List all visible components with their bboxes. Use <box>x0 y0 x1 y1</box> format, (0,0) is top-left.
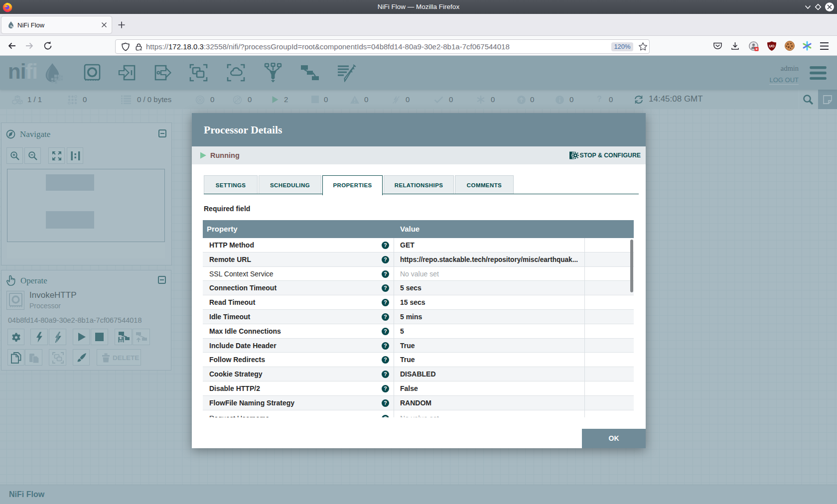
svg-text:UO: UO <box>769 44 774 48</box>
